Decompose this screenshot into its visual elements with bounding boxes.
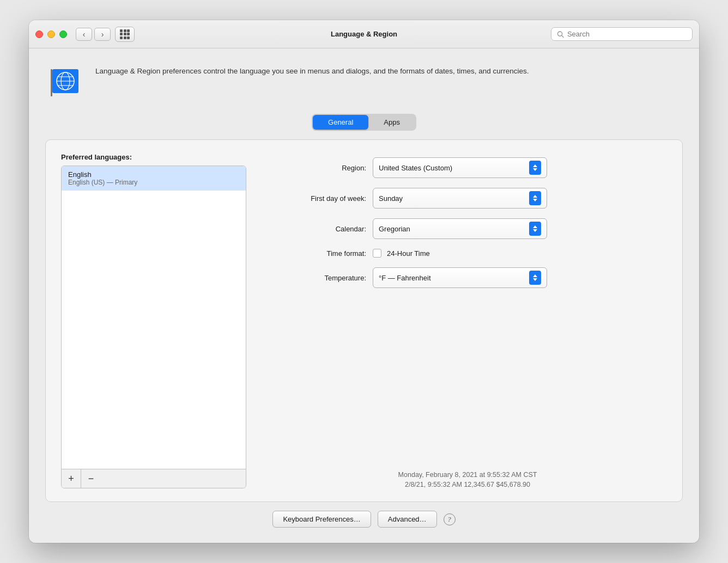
main-panel: Preferred languages: English English (US… (45, 139, 683, 502)
content-area: Language & Region preferences control th… (29, 48, 699, 543)
time-format-row: Time format: 24-Hour Time (268, 249, 667, 258)
panel-inner: Preferred languages: English English (US… (61, 153, 667, 488)
search-input[interactable] (567, 30, 687, 38)
svg-rect-2 (51, 69, 52, 96)
time-format-label: Time format: (268, 249, 366, 258)
language-name: English (68, 170, 239, 179)
region-select[interactable]: United States (Custom) (373, 157, 547, 178)
list-controls: + − (62, 469, 246, 488)
header-section: Language & Region preferences control th… (45, 62, 683, 101)
settings-section: Region: United States (Custom) First day… (268, 153, 667, 488)
tab-apps[interactable]: Apps (368, 115, 415, 130)
keyboard-prefs-button[interactable]: Keyboard Preferences… (272, 511, 371, 528)
languages-section-label: Preferred languages: (61, 153, 246, 161)
region-arrows-icon (529, 161, 541, 175)
globe-icon (46, 63, 83, 100)
region-value: United States (Custom) (379, 164, 525, 172)
preview-line1: Monday, February 8, 2021 at 9:55:32 AM C… (268, 471, 667, 479)
time-format-checkbox-label: 24-Hour Time (387, 249, 430, 258)
first-day-value: Sunday (379, 194, 525, 203)
region-label: Region: (268, 164, 366, 172)
languages-section: Preferred languages: English English (US… (61, 153, 246, 488)
svg-line-1 (562, 35, 563, 37)
first-day-select[interactable]: Sunday (373, 188, 547, 209)
search-icon (557, 30, 564, 38)
header-description: Language & Region preferences control th… (95, 62, 529, 77)
grid-button[interactable] (115, 27, 135, 42)
list-item[interactable]: English English (US) — Primary (62, 166, 246, 191)
app-icon (45, 62, 84, 101)
time-format-checkbox-row: 24-Hour Time (373, 249, 430, 258)
minimize-button[interactable] (47, 30, 55, 38)
titlebar: ‹ › Language & Region (29, 20, 699, 48)
nav-buttons: ‹ › (76, 28, 111, 41)
back-button[interactable]: ‹ (76, 28, 92, 41)
preview-section: Monday, February 8, 2021 at 9:55:32 AM C… (268, 455, 667, 488)
first-day-arrows-icon (529, 191, 541, 205)
tab-general[interactable]: General (313, 115, 368, 130)
advanced-button[interactable]: Advanced… (378, 511, 437, 528)
close-button[interactable] (35, 30, 43, 38)
time-format-checkbox[interactable] (373, 249, 381, 258)
window-title: Language & Region (331, 30, 397, 38)
remove-language-button[interactable]: − (81, 469, 101, 488)
tabs-container: General Apps (45, 114, 683, 131)
lang-items: English English (US) — Primary (62, 166, 246, 469)
search-bar[interactable] (551, 27, 693, 41)
temperature-arrows-icon (529, 271, 541, 285)
calendar-row: Calendar: Gregorian (268, 218, 667, 239)
calendar-arrows-icon (529, 222, 541, 236)
calendar-select[interactable]: Gregorian (373, 218, 547, 239)
maximize-button[interactable] (59, 30, 67, 38)
help-button[interactable]: ? (444, 513, 456, 525)
region-row: Region: United States (Custom) (268, 157, 667, 178)
first-day-row: First day of week: Sunday (268, 188, 667, 209)
main-window: ‹ › Language & Region (29, 20, 699, 543)
calendar-label: Calendar: (268, 225, 366, 233)
first-day-label: First day of week: (268, 194, 366, 203)
temperature-value: °F — Fahrenheit (379, 274, 525, 282)
calendar-value: Gregorian (379, 225, 525, 233)
grid-icon (120, 29, 130, 39)
temperature-row: Temperature: °F — Fahrenheit (268, 267, 667, 288)
languages-list: English English (US) — Primary + − (61, 166, 246, 488)
tabs: General Apps (312, 114, 416, 131)
temperature-select[interactable]: °F — Fahrenheit (373, 267, 547, 288)
traffic-lights (35, 30, 67, 38)
add-language-button[interactable]: + (62, 469, 81, 488)
forward-button[interactable]: › (94, 28, 111, 41)
language-subtitle: English (US) — Primary (68, 179, 239, 186)
temperature-label: Temperature: (268, 274, 366, 282)
preview-line2: 2/8/21, 9:55:32 AM 12,345.67 $45,678.90 (268, 481, 667, 488)
footer: Keyboard Preferences… Advanced… ? (45, 502, 683, 532)
